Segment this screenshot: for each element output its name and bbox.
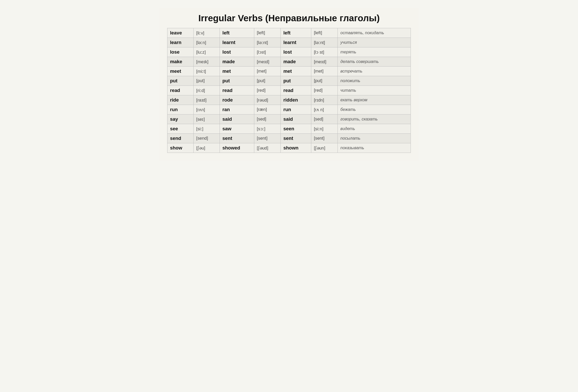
base-form-cell: meet <box>167 67 194 76</box>
translation-cell: показывать <box>338 143 411 153</box>
base-form-word: ride <box>170 97 179 103</box>
past-simple-word: said <box>222 116 232 122</box>
phonetic3-cell: [sed] <box>311 115 337 124</box>
past-simple-cell: sent <box>220 134 254 143</box>
translation-cell: бежать <box>338 105 411 115</box>
base-form-cell: say <box>167 115 194 124</box>
past-participle-word: shown <box>283 145 298 151</box>
phonetic2: [meɪd] <box>257 59 269 64</box>
past-simple-cell: read <box>220 86 254 95</box>
phonetic3: [siːn] <box>314 126 323 131</box>
past-participle-word: put <box>283 78 291 83</box>
base-form-cell: put <box>167 76 194 86</box>
past-participle-cell: seen <box>281 124 311 134</box>
page-container: Irregular Verbs (Неправильные глаголы) l… <box>159 8 419 161</box>
phonetic3-cell: [ʃəun] <box>311 143 337 153</box>
past-simple-word: read <box>222 88 232 93</box>
phonetic2: [ræn] <box>257 107 267 112</box>
phonetic1-cell: [luːz] <box>194 47 220 57</box>
phonetic2-cell: [lɔst] <box>254 47 280 57</box>
translation-text: положить <box>340 79 360 83</box>
table-row: send [send] sent [sent] sent [sent] посы… <box>167 134 411 143</box>
phonetic2: [lɔst] <box>257 50 266 55</box>
phonetic2-cell: [meɪd] <box>254 57 280 67</box>
past-participle-word: ridden <box>283 97 298 103</box>
past-participle-word: sent <box>283 136 293 141</box>
translation-cell: оставлять, покидать <box>338 28 411 38</box>
phonetic2-cell: [ʃəud] <box>254 143 280 153</box>
phonetic1: [ləːn] <box>196 40 206 45</box>
phonetic1: [raɪd] <box>196 98 207 103</box>
base-form-word: see <box>170 126 178 131</box>
phonetic2: [sed] <box>257 117 266 122</box>
past-participle-word: run <box>283 107 291 112</box>
phonetic1-cell: [ʃəu] <box>194 143 220 153</box>
translation-text: делать совершать <box>340 59 379 64</box>
translation-cell: положить <box>338 76 411 86</box>
phonetic1-cell: [send] <box>194 134 220 143</box>
base-form-word: leave <box>170 30 182 35</box>
phonetic3-cell: [sent] <box>311 134 337 143</box>
past-participle-cell: lost <box>281 47 311 57</box>
table-row: run [rʌn] ran [ræn] run [rʌ n] бежать <box>167 105 411 115</box>
base-form-word: run <box>170 107 178 112</box>
table-row: meet [miːt] met [met] met [met] встречат… <box>167 67 411 76</box>
phonetic2-cell: [put] <box>254 76 280 86</box>
table-row: show [ʃəu] showed [ʃəud] shown [ʃəun] по… <box>167 143 411 153</box>
past-participle-word: made <box>283 59 296 64</box>
phonetic1: [meɪk] <box>196 59 208 64</box>
table-row: leave [liːv] left [left] left [left] ост… <box>167 28 411 38</box>
past-participle-cell: made <box>281 57 311 67</box>
phonetic2-cell: [sɔː] <box>254 124 280 134</box>
phonetic3-cell: [rʌ n] <box>311 105 337 115</box>
phonetic3: [rʌ n] <box>314 107 324 112</box>
translation-cell: посылать <box>338 134 411 143</box>
translation-cell: видеть <box>338 124 411 134</box>
phonetic1: [seɪ] <box>196 117 205 122</box>
past-simple-cell: said <box>220 115 254 124</box>
phonetic2: [ʃəud] <box>257 146 268 151</box>
past-simple-word: learnt <box>222 40 235 45</box>
base-form-cell: lose <box>167 47 194 57</box>
table-row: read [riːd] read [red] read [red] читать <box>167 86 411 95</box>
translation-cell: делать совершать <box>338 57 411 67</box>
past-participle-cell: run <box>281 105 311 115</box>
past-simple-word: saw <box>222 126 231 131</box>
translation-text: показывать <box>340 146 364 150</box>
phonetic3: [lɔ st] <box>314 50 324 55</box>
past-participle-word: met <box>283 68 292 74</box>
past-simple-word: ran <box>222 107 230 112</box>
past-participle-word: said <box>283 116 293 122</box>
past-participle-word: learnt <box>283 40 296 45</box>
base-form-cell: leave <box>167 28 194 38</box>
phonetic1-cell: [put] <box>194 76 220 86</box>
phonetic1: [liːv] <box>196 31 204 35</box>
past-simple-word: lost <box>222 49 231 55</box>
phonetic3: [sed] <box>314 117 323 122</box>
verbs-table: leave [liːv] left [left] left [left] ост… <box>167 28 411 153</box>
base-form-cell: ride <box>167 95 194 105</box>
past-simple-word: rode <box>222 97 233 103</box>
past-simple-cell: saw <box>220 124 254 134</box>
phonetic3-cell: [siːn] <box>311 124 337 134</box>
past-simple-cell: ran <box>220 105 254 115</box>
phonetic2: [rəud] <box>257 98 268 103</box>
translation-cell: говорить, сказать <box>338 115 411 124</box>
past-participle-cell: ridden <box>281 95 311 105</box>
phonetic1: [ʃəu] <box>196 146 205 151</box>
translation-text: учиться <box>340 40 357 45</box>
phonetic2: [met] <box>257 69 266 74</box>
phonetic2: [left] <box>257 30 265 35</box>
past-simple-cell: left <box>220 28 254 38</box>
translation-text: встречать <box>340 69 362 73</box>
past-simple-cell: lost <box>220 47 254 57</box>
phonetic2-cell: [sed] <box>254 115 280 124</box>
table-row: see [siː] saw [sɔː] seen [siːn] видеть <box>167 124 411 134</box>
base-form-word: show <box>170 145 182 151</box>
translation-text: посылать <box>340 136 360 140</box>
table-row: put [put] put [put] put [put] положить <box>167 76 411 86</box>
translation-text: оставлять, покидать <box>340 31 384 35</box>
phonetic3-cell: [meɪd] <box>311 57 337 67</box>
past-simple-word: put <box>222 78 230 83</box>
table-row: learn [ləːn] learnt [ləːnt] learnt [ləːn… <box>167 38 411 47</box>
